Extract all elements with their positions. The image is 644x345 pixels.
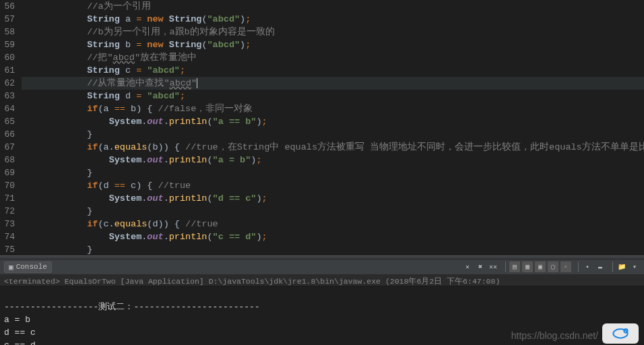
console-line: a = b [4, 313, 640, 326]
watermark-logo [602, 323, 639, 344]
svg-point-0 [613, 329, 627, 338]
code-line[interactable]: //a为一个引用 [22, 0, 644, 13]
code-line[interactable]: } [22, 128, 644, 141]
line-number: 62 [3, 77, 15, 90]
separator-icon [501, 261, 506, 272]
code-line[interactable]: String d = "abcd"; [22, 90, 644, 102]
code-line[interactable]: //从常量池中查找"abcd" [22, 77, 644, 90]
line-number: 60 [3, 51, 15, 64]
line-number: 74 [3, 230, 15, 243]
line-number: 66 [3, 128, 15, 141]
console-header: ▣ Console ✕ ✖ ✕✕ ▤ ▦ ▣ ▢ ▫ ▪ ▬ 📁 ▾ [0, 259, 644, 275]
code-line[interactable]: if(a == b) { //false，非同一对象 [22, 102, 644, 115]
code-line[interactable]: //把"abcd"放在常量池中 [22, 51, 644, 64]
console-icon: ▣ [9, 263, 13, 272]
code-line[interactable]: //b为另一个引用，a跟b的对象内容是一致的 [22, 26, 644, 38]
pin-icon[interactable]: ▦ [522, 261, 533, 272]
separator-icon-3 [608, 261, 613, 272]
code-line[interactable]: System.out.println("a == b"); [22, 115, 644, 128]
line-number: 67 [3, 141, 15, 154]
console-toolbar: ✕ ✖ ✕✕ ▤ ▦ ▣ ▢ ▫ ▪ ▬ 📁 ▾ [462, 261, 640, 272]
code-area[interactable]: //a为一个引用 String a = new String("abcd"); … [19, 0, 644, 255]
line-number: 57 [3, 13, 15, 26]
line-number: 73 [3, 218, 15, 230]
code-line[interactable]: } [22, 243, 644, 255]
max-icon[interactable]: ▬ [595, 261, 606, 272]
remove-all-icon[interactable]: ✖ [475, 261, 486, 272]
scroll-lock-icon[interactable]: ▤ [509, 261, 520, 272]
code-line[interactable]: } [22, 205, 644, 218]
line-number: 65 [3, 115, 15, 128]
new-console-icon[interactable]: ▫ [560, 261, 571, 272]
line-number: 72 [3, 205, 15, 218]
min-icon[interactable]: ▪ [582, 261, 593, 272]
dropdown-icon[interactable]: ▾ [629, 261, 640, 272]
line-number: 70 [3, 179, 15, 192]
line-number: 56 [3, 0, 15, 13]
line-number: 58 [3, 26, 15, 38]
console-tab[interactable]: ▣ Console [4, 261, 52, 273]
code-line[interactable]: System.out.println("d == c"); [22, 192, 644, 205]
code-line[interactable]: String b = new String("abcd"); [22, 38, 644, 51]
console-status: <terminated> EqualsOrTwo [Java Applicati… [0, 275, 644, 286]
console-line: ------------------测试二：------------------… [4, 301, 640, 313]
code-line[interactable]: String c = "abcd"; [22, 64, 644, 77]
line-number: 71 [3, 192, 15, 205]
line-number: 69 [3, 166, 15, 179]
code-line[interactable]: String a = new String("abcd"); [22, 13, 644, 26]
code-editor[interactable]: 5657585960616263646566676869707172737475… [0, 0, 644, 255]
line-number-gutter: 5657585960616263646566676869707172737475 [0, 0, 19, 255]
line-number: 63 [3, 90, 15, 102]
code-line[interactable]: if(d == c) { //true [22, 179, 644, 192]
folder-icon[interactable]: 📁 [616, 261, 627, 272]
clear-icon[interactable]: ✕ [462, 261, 473, 272]
code-line[interactable]: System.out.println("c == d"); [22, 230, 644, 243]
open-icon[interactable]: ▢ [548, 261, 558, 272]
line-number: 59 [3, 38, 15, 51]
console-tab-label: Console [16, 263, 47, 271]
code-line[interactable]: if(a.equals(b)) { //true，在String中 equals… [22, 141, 644, 154]
remove-launch-icon[interactable]: ✕✕ [488, 261, 498, 272]
line-number: 61 [3, 64, 15, 77]
line-number: 64 [3, 102, 15, 115]
line-number: 75 [3, 243, 15, 255]
code-line[interactable]: System.out.println("a = b"); [22, 154, 644, 166]
separator-icon-2 [573, 261, 579, 272]
code-line[interactable]: } [22, 166, 644, 179]
watermark-url: https://blog.csdn.net/ [511, 330, 598, 341]
display-icon[interactable]: ▣ [535, 261, 546, 272]
code-line[interactable]: if(c.equals(d)) { //true [22, 218, 644, 230]
line-number: 68 [3, 154, 15, 166]
